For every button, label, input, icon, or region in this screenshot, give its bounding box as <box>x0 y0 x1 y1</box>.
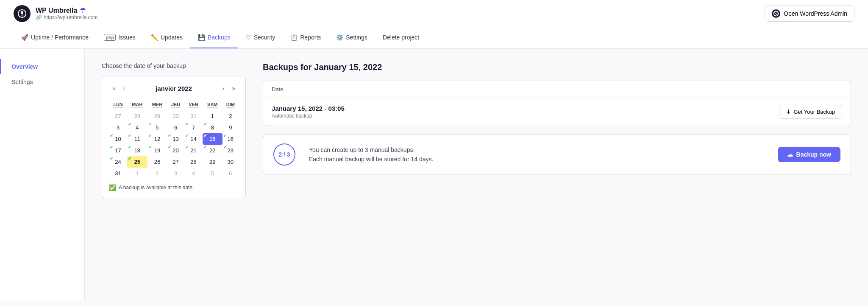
weekday-lun: LUN <box>109 100 127 110</box>
calendar-day[interactable]: 26 <box>147 156 167 168</box>
calendar-day[interactable]: 27 <box>167 156 184 168</box>
calendar-section: Choose the date of your backup « ‹ janvi… <box>102 62 246 198</box>
get-backup-button[interactable]: ⬇ Get Your Backup <box>779 105 842 119</box>
calendar-day[interactable]: 2 <box>223 110 239 122</box>
calendar-day[interactable]: 3 <box>167 168 184 179</box>
site-url: 🔗 https://wp-umbrella.com <box>36 14 97 20</box>
check-icon: ✔ <box>185 145 189 149</box>
nav-item-updates[interactable]: ✏️ Updates <box>143 27 190 48</box>
calendar: « ‹ janvier 2022 › » LUN <box>102 76 246 198</box>
backup-type: Automatic backup <box>272 113 345 119</box>
calendar-day[interactable]: ✔24 <box>109 156 127 168</box>
calendar-next-next-button[interactable]: » <box>228 83 239 93</box>
weekday-jeu: JEU <box>167 100 184 110</box>
backups-section: Backups for January 15, 2022 Date Januar… <box>263 62 851 174</box>
backup-now-button[interactable]: ☁ Backup now <box>778 147 840 162</box>
calendar-day[interactable]: ✔18 <box>127 145 147 156</box>
reports-icon: 📋 <box>290 34 298 41</box>
calendar-day[interactable]: ✔23 <box>223 145 239 156</box>
backup-row-info: January 15, 2022 - 03:05 Automatic backu… <box>272 105 345 119</box>
weekday-mer: MER <box>147 100 167 110</box>
link-icon: 🔗 <box>36 14 42 20</box>
nav-item-delete-project[interactable]: Delete project <box>375 27 427 48</box>
backup-table-header: Date <box>263 81 851 98</box>
calendar-day[interactable]: ✔13 <box>167 133 184 145</box>
calendar-day[interactable]: ✔25 <box>127 156 147 168</box>
calendar-prev-prev-button[interactable]: « <box>109 83 119 93</box>
calendar-day[interactable]: 30 <box>167 110 184 122</box>
calendar-day[interactable]: ✔15 <box>203 133 223 145</box>
calendar-day[interactable]: 28 <box>127 110 147 122</box>
nav-item-settings[interactable]: ⚙️ Settings <box>328 27 375 48</box>
download-icon: ⬇ <box>786 109 791 115</box>
nav-item-backups[interactable]: 💾 Backups <box>190 27 238 48</box>
calendar-prev-button[interactable]: ‹ <box>120 83 129 93</box>
calendar-day[interactable]: 9 <box>223 122 239 133</box>
check-icon: ✔ <box>203 145 207 149</box>
backup-now-section: 2 / 3 You can create up to 3 manual back… <box>263 135 851 174</box>
content-row: Choose the date of your backup « ‹ janvi… <box>102 62 851 198</box>
backup-description: You can create up to 3 manual backups. E… <box>309 145 433 164</box>
nav-item-issues[interactable]: php Issues <box>96 27 143 48</box>
weekday-sam: SAM <box>203 100 223 110</box>
site-name: WP Umbrella ☂ <box>36 6 97 14</box>
nav-item-reports[interactable]: 📋 Reports <box>283 27 328 48</box>
weekday-mar: MAR <box>127 100 147 110</box>
calendar-day[interactable]: 2 <box>147 168 167 179</box>
calendar-day[interactable]: ✔14 <box>184 133 203 145</box>
calendar-day[interactable]: ✔7 <box>184 122 203 133</box>
logo-icon <box>14 5 31 22</box>
backups-icon: 💾 <box>198 34 205 41</box>
sidebar-item-settings[interactable]: Settings <box>0 74 84 90</box>
calendar-day[interactable]: 31 <box>109 168 127 179</box>
weekday-dim: DIM <box>223 100 239 110</box>
calendar-day[interactable]: 3 <box>109 122 127 133</box>
backup-counter: 2 / 3 <box>273 143 295 166</box>
calendar-day[interactable]: ✔17 <box>109 145 127 156</box>
nav-item-security[interactable]: ♡ Security <box>238 27 283 48</box>
backup-table: Date January 15, 2022 - 03:05 Automatic … <box>263 81 851 126</box>
calendar-day[interactable]: ✔8 <box>203 122 223 133</box>
check-icon: ✔ <box>110 156 113 161</box>
settings-icon: ⚙️ <box>336 34 343 41</box>
calendar-day[interactable]: ✔11 <box>127 133 147 145</box>
check-icon: ✔ <box>110 133 113 138</box>
calendar-day[interactable]: 27 <box>109 110 127 122</box>
issues-icon: php <box>104 34 116 41</box>
calendar-day[interactable]: ✔20 <box>167 145 184 156</box>
calendar-day[interactable]: ✔4 <box>127 122 147 133</box>
calendar-day[interactable]: 31 <box>184 110 203 122</box>
nav-item-uptime[interactable]: 🚀 Uptime / Performance <box>14 27 96 48</box>
open-wordpress-admin-button[interactable]: Open WordPress Admin <box>765 6 854 22</box>
calendar-legend: ✅ A backup is available at this date <box>109 184 239 191</box>
calendar-day[interactable]: 28 <box>184 156 203 168</box>
calendar-day[interactable]: 6 <box>223 168 239 179</box>
calendar-day[interactable]: 30 <box>223 156 239 168</box>
calendar-day[interactable]: 29 <box>203 156 223 168</box>
calendar-day[interactable]: ✔5 <box>147 122 167 133</box>
calendar-next-button[interactable]: › <box>219 83 228 93</box>
calendar-day[interactable]: ✔22 <box>203 145 223 156</box>
calendar-day[interactable]: 1 <box>127 168 147 179</box>
uptime-icon: 🚀 <box>21 34 28 41</box>
calendar-day[interactable]: 1 <box>203 110 223 122</box>
sidebar-item-overview[interactable]: Overview <box>0 59 84 74</box>
calendar-day[interactable]: 4 <box>184 168 203 179</box>
calendar-day[interactable]: ✔12 <box>147 133 167 145</box>
calendar-label: Choose the date of your backup <box>102 62 246 69</box>
check-icon: ✔ <box>203 122 207 126</box>
legend-check-icon: ✅ <box>109 184 116 191</box>
calendar-day[interactable]: ✔21 <box>184 145 203 156</box>
legend-text: A backup is available at this date <box>119 185 192 191</box>
calendar-day[interactable]: 6 <box>167 122 184 133</box>
backup-info: 2 / 3 You can create up to 3 manual back… <box>273 143 778 166</box>
calendar-day[interactable]: ✔19 <box>147 145 167 156</box>
calendar-grid: LUN MAR MER JEU VEN SAM DIM 272829303112… <box>109 100 239 179</box>
umbrella-icon: ☂ <box>80 6 86 14</box>
check-icon: ✔ <box>168 133 171 138</box>
calendar-day[interactable]: 5 <box>203 168 223 179</box>
calendar-day[interactable]: ✔16 <box>223 133 239 145</box>
calendar-day[interactable]: 29 <box>147 110 167 122</box>
check-icon: ✔ <box>128 133 131 138</box>
calendar-day[interactable]: ✔10 <box>109 133 127 145</box>
